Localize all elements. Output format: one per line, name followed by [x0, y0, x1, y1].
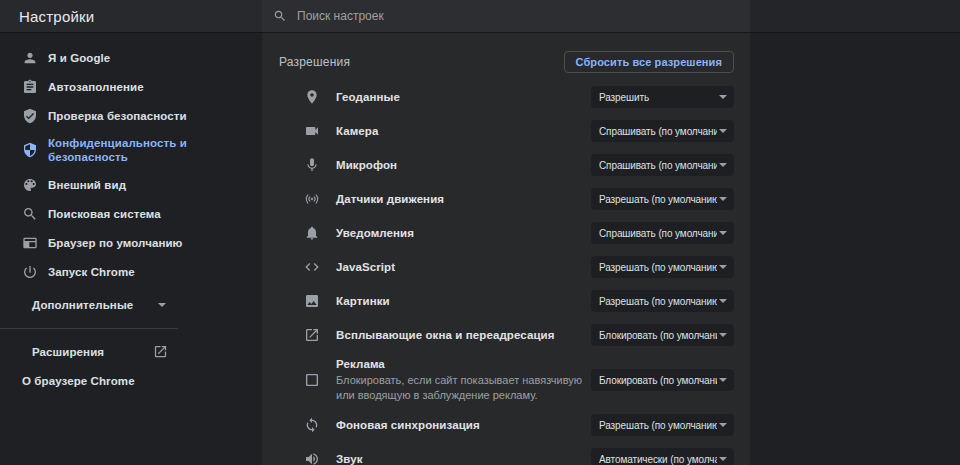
sidebar-item-extensions[interactable]: Расширения	[0, 337, 178, 366]
permission-row-images: Картинки Разрешать (по умолчанию)	[262, 284, 750, 318]
sound-icon	[304, 451, 320, 465]
palette-icon	[22, 177, 38, 193]
sidebar-item-on-startup[interactable]: Запуск Chrome	[0, 257, 262, 286]
image-icon	[304, 293, 320, 309]
permission-label: Микрофон	[336, 159, 397, 171]
permission-select-notifications[interactable]: Спрашивать (по умолчанию)	[591, 222, 734, 244]
sidebar-item-label: Браузер по умолчанию	[48, 236, 183, 250]
sidebar-item-appearance[interactable]: Внешний вид	[0, 170, 262, 199]
content-area: Я и Google Автозаполнение Проверка безоп…	[0, 33, 960, 465]
sidebar-item-safety-check[interactable]: Проверка безопасности	[0, 101, 262, 130]
permission-select-images[interactable]: Разрешать (по умолчанию)	[591, 290, 734, 312]
toolbar: Настройки	[0, 0, 960, 33]
sidebar-item-advanced[interactable]: Дополнительные	[0, 291, 178, 319]
section-title: Разрешения	[279, 55, 350, 69]
permission-label: Уведомления	[336, 227, 414, 239]
person-icon	[22, 50, 38, 66]
code-icon	[304, 259, 320, 275]
permission-label: Датчики движения	[336, 193, 444, 205]
select-value: Спрашивать (по умолчанию)	[599, 126, 717, 137]
sidebar-item-label: Проверка безопасности	[48, 109, 187, 123]
sidebar-item-search-engine[interactable]: Поисковая система	[0, 199, 262, 228]
camera-icon	[304, 123, 320, 139]
sidebar-item-autofill[interactable]: Автозаполнение	[0, 72, 262, 101]
chevron-down-icon	[719, 333, 727, 337]
microphone-icon	[304, 157, 320, 173]
sidebar-item-label: Поисковая система	[48, 207, 161, 221]
permission-row-popups: Всплывающие окна и переадресация Блокиро…	[262, 318, 750, 352]
chevron-down-icon	[719, 95, 727, 99]
sidebar-item-me-and-google[interactable]: Я и Google	[0, 43, 262, 72]
search-bar[interactable]	[262, 0, 750, 32]
permission-select-location[interactable]: Разрешить	[591, 86, 734, 108]
power-icon	[22, 264, 38, 280]
search-input[interactable]	[297, 9, 750, 23]
chrome-settings-page: Настройки Я и Google Автозаполнение	[0, 0, 960, 465]
permission-select-ads[interactable]: Блокировать (по умолчанию)	[591, 369, 734, 391]
ads-icon	[304, 372, 320, 388]
permission-row-ads: Реклама Блокировать, если сайт показывае…	[262, 352, 750, 408]
permission-select-javascript[interactable]: Разрешать (по умолчанию)	[591, 256, 734, 278]
permission-select-background-sync[interactable]: Разрешать (по умолчанию)	[591, 414, 734, 436]
chevron-down-icon	[719, 423, 727, 427]
open-in-new-icon	[153, 344, 168, 359]
chevron-down-icon	[719, 457, 727, 461]
chevron-down-icon	[719, 163, 727, 167]
sidebar-item-label: Внешний вид	[48, 178, 126, 192]
permissions-list: Геоданные Разрешить Камера Спрашивать (п…	[262, 80, 750, 465]
sidebar-item-label: Запуск Chrome	[48, 265, 135, 279]
select-value: Спрашивать (по умолчанию)	[599, 228, 717, 239]
browser-window-icon	[22, 235, 38, 251]
select-value: Блокировать (по умолчанию)	[599, 330, 717, 341]
sidebar-item-label: Расширения	[32, 345, 104, 359]
sidebar-divider	[0, 328, 178, 329]
sidebar-item-label: Автозаполнение	[48, 80, 144, 94]
permission-description: Блокировать, если сайт показывает навязч…	[336, 373, 588, 403]
select-value: Разрешать (по умолчанию)	[599, 194, 717, 205]
select-value: Разрешать (по умолчанию)	[599, 296, 717, 307]
permission-label: Фоновая синхронизация	[336, 419, 480, 431]
settings-title-bar: Настройки	[0, 0, 262, 32]
permission-label: Геоданные	[336, 91, 400, 103]
permission-row-location: Геоданные Разрешить	[262, 80, 750, 114]
sidebar-item-label: О браузере Chrome	[22, 374, 135, 388]
settings-sidebar: Я и Google Автозаполнение Проверка безоп…	[0, 33, 262, 465]
search-icon	[273, 9, 287, 23]
section-header: Разрешения Сбросить все разрешения	[279, 51, 734, 73]
chevron-down-icon	[158, 303, 166, 307]
permission-row-microphone: Микрофон Спрашивать (по умолчанию)	[262, 148, 750, 182]
chevron-down-icon	[719, 231, 727, 235]
sidebar-item-label: Я и Google	[48, 51, 110, 65]
sync-icon	[304, 417, 320, 433]
permission-row-javascript: JavaScript Разрешать (по умолчанию)	[262, 250, 750, 284]
chevron-down-icon	[719, 299, 727, 303]
select-value: Автоматически (по умолчанию)	[599, 454, 717, 465]
permission-select-microphone[interactable]: Спрашивать (по умолчанию)	[591, 154, 734, 176]
permission-label: Картинки	[336, 295, 390, 307]
chevron-down-icon	[719, 265, 727, 269]
page-title: Настройки	[19, 8, 94, 25]
sidebar-item-privacy-and-security[interactable]: Конфиденциальность и безопасность	[0, 130, 262, 170]
sidebar-item-default-browser[interactable]: Браузер по умолчанию	[0, 228, 262, 257]
sidebar-item-label: Конфиденциальность и безопасность	[48, 136, 190, 164]
permission-label: JavaScript	[336, 261, 395, 273]
permission-row-notifications: Уведомления Спрашивать (по умолчанию)	[262, 216, 750, 250]
location-pin-icon	[304, 89, 320, 105]
permission-label: Звук	[336, 453, 363, 465]
toolbar-spacer	[750, 0, 960, 32]
sidebar-item-about-chrome[interactable]: О браузере Chrome	[0, 366, 262, 395]
permission-row-camera: Камера Спрашивать (по умолчанию)	[262, 114, 750, 148]
select-value: Спрашивать (по умолчанию)	[599, 160, 717, 171]
permission-row-background-sync: Фоновая синхронизация Разрешать (по умол…	[262, 408, 750, 442]
shield-check-icon	[22, 108, 38, 124]
permission-select-motion-sensors[interactable]: Разрешать (по умолчанию)	[591, 188, 734, 210]
permission-label: Камера	[336, 125, 378, 137]
reset-permissions-button[interactable]: Сбросить все разрешения	[564, 51, 734, 73]
permission-select-popups[interactable]: Блокировать (по умолчанию)	[591, 324, 734, 346]
permission-select-sound[interactable]: Автоматически (по умолчанию)	[591, 448, 734, 465]
permission-row-sound: Звук Автоматически (по умолчанию)	[262, 442, 750, 465]
privacy-shield-icon	[22, 142, 38, 158]
permission-select-camera[interactable]: Спрашивать (по умолчанию)	[591, 120, 734, 142]
popup-redirect-icon	[304, 327, 320, 343]
chevron-down-icon	[719, 378, 727, 382]
